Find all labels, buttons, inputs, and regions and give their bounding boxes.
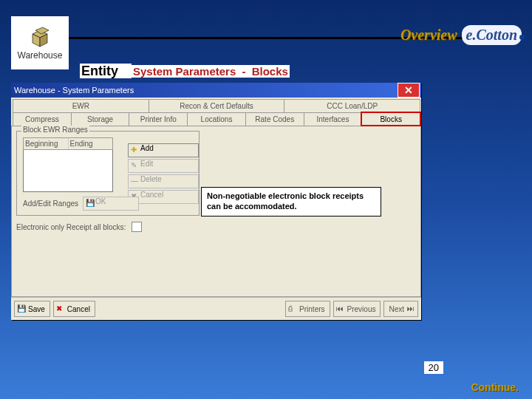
electronic-only-checkbox[interactable] xyxy=(132,222,142,232)
col-beginning: Beginning xyxy=(24,138,69,149)
cancel-button[interactable]: ✖ Cancel xyxy=(53,301,95,317)
prev-icon: ⏮ xyxy=(336,304,344,313)
edit-button[interactable]: ✎ Edit xyxy=(128,159,199,173)
tabs: EWR Recon & Cert Defaults CCC Loan/LDP C… xyxy=(11,98,421,126)
col-ending: Ending xyxy=(69,138,113,149)
bottom-toolbar: 💾 Save ✖ Cancel ⎙ Printers ⏮ Previous Ne… xyxy=(11,297,421,320)
header-bar: Overview e.Cotton xyxy=(69,16,523,58)
ranges-listbox[interactable] xyxy=(23,150,113,192)
ok-button[interactable]: 💾 OK xyxy=(83,197,139,211)
save-button[interactable]: 💾 Save xyxy=(14,301,50,317)
window-title: Warehouse - System Parameters xyxy=(14,86,134,95)
close-button[interactable]: ✕ xyxy=(398,83,420,98)
titlebar[interactable]: Warehouse - System Parameters ✕ xyxy=(11,83,421,98)
page-number: 20 xyxy=(424,361,443,374)
tab-locations[interactable]: Locations xyxy=(187,112,246,126)
breadcrumb-entity: Entity xyxy=(80,64,120,78)
tab-compress[interactable]: Compress xyxy=(13,112,72,126)
disk-icon: 💾 xyxy=(86,199,94,207)
tab-rate-codes[interactable]: Rate Codes xyxy=(245,112,304,126)
printer-icon: ⎙ xyxy=(288,304,296,313)
next-icon: ⏭ xyxy=(407,304,415,313)
range-columns-header: Beginning Ending xyxy=(23,137,113,150)
overview-label: Overview xyxy=(400,27,457,44)
tab-printer-info[interactable]: Printer Info xyxy=(129,112,188,126)
electronic-only-label: Electronic only Receipt all blocks: xyxy=(16,223,126,231)
tab-ewr[interactable]: EWR xyxy=(13,99,149,112)
tab-ccc-loan-ldp[interactable]: CCC Loan/LDP xyxy=(284,99,420,112)
breadcrumb: Entity - System Parameters - Blocks xyxy=(80,64,290,79)
delete-button[interactable]: — Delete xyxy=(128,174,199,188)
continue-link[interactable]: Continue. xyxy=(471,381,519,393)
brand-logo: e.Cotton xyxy=(462,25,522,45)
tab-storage[interactable]: Storage xyxy=(71,112,130,126)
next-button[interactable]: Next ⏭ xyxy=(383,301,418,317)
pencil-icon: ✎ xyxy=(131,161,139,169)
cancel-icon: ✖ xyxy=(56,304,64,313)
app-label: Warehouse xyxy=(18,50,63,61)
system-parameters-window: Warehouse - System Parameters ✕ EWR Reco… xyxy=(11,83,421,320)
breadcrumb-blocks: Blocks xyxy=(250,65,290,78)
tab-panel-blocks: Block EWR Ranges Beginning Ending ✚ Add … xyxy=(11,126,421,297)
line-end-dot xyxy=(519,35,525,40)
breadcrumb-system-parameters: System Parameters xyxy=(132,65,237,78)
previous-button[interactable]: ⏮ Previous xyxy=(333,301,381,317)
block-ewr-ranges-group: Block EWR Ranges Beginning Ending ✚ Add … xyxy=(16,131,200,216)
group-label: Block EWR Ranges xyxy=(21,126,89,134)
addedit-ranges-label: Add/Edit Ranges xyxy=(23,200,78,208)
minus-icon: — xyxy=(131,177,139,185)
electronic-only-row: Electronic only Receipt all blocks: xyxy=(16,222,416,232)
tab-interfaces[interactable]: Interfaces xyxy=(304,112,363,126)
save-icon: 💾 xyxy=(17,304,25,313)
tab-recon-cert-defaults[interactable]: Recon & Cert Defaults xyxy=(149,99,285,112)
plus-icon: ✚ xyxy=(131,146,139,154)
tab-blocks[interactable]: Blocks xyxy=(361,112,420,126)
add-button[interactable]: ✚ Add xyxy=(128,143,199,157)
callout-note: Non-negotiable electronic block receipts… xyxy=(201,187,381,216)
app-icon: Warehouse xyxy=(11,16,69,69)
close-icon: ✕ xyxy=(404,84,413,96)
printers-button[interactable]: ⎙ Printers xyxy=(285,301,330,317)
